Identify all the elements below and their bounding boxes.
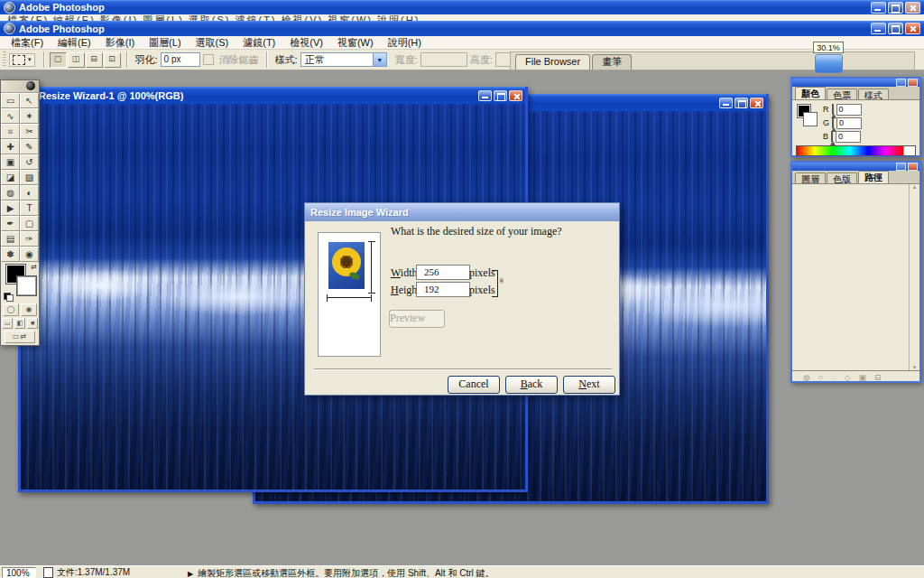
minimize-icon[interactable]	[719, 98, 733, 108]
restore-icon[interactable]	[888, 23, 903, 34]
close-icon[interactable]	[908, 163, 918, 171]
menu-layer[interactable]: 圖層(L)	[142, 36, 188, 49]
width-input[interactable]	[420, 52, 467, 67]
restore-icon[interactable]	[888, 2, 903, 14]
scroll-down-icon[interactable]: ▼	[912, 365, 918, 370]
intersect-selection[interactable]: ⊡	[104, 52, 121, 68]
background-color-swatch[interactable]	[17, 276, 36, 295]
tool-crop[interactable]: ⌗	[1, 124, 20, 139]
standard-screen[interactable]: ▭	[2, 318, 13, 329]
close-icon[interactable]	[750, 98, 763, 108]
well-tab-file-browser[interactable]: File Browser	[515, 54, 590, 70]
tool-move[interactable]: ↖	[20, 93, 39, 108]
delete-path[interactable]: ⊟	[874, 372, 882, 383]
tab-paths[interactable]: 路徑	[858, 171, 889, 183]
tool-blur[interactable]: ◍	[1, 185, 20, 200]
minimize-icon[interactable]	[478, 90, 492, 101]
preview-button[interactable]: Preview	[389, 310, 445, 328]
menu-edit[interactable]: 編輯(E)	[51, 36, 98, 49]
full-screen-menubar[interactable]: ◧	[14, 318, 25, 329]
back-button[interactable]: Back	[505, 376, 558, 394]
red-value-input[interactable]: 0	[836, 104, 862, 116]
menu-view[interactable]: 檢視(V)	[282, 36, 330, 49]
scrollbar[interactable]: ▲ ▼	[909, 184, 919, 370]
options-grip[interactable]	[3, 51, 6, 68]
dialog-titlebar[interactable]: Resize Image Wizard	[305, 203, 619, 221]
load-path-selection[interactable]: ◌	[831, 372, 836, 383]
menu-select[interactable]: 選取(S)	[189, 36, 236, 49]
tool-dodge[interactable]: ◐	[20, 185, 39, 200]
full-screen[interactable]: ■	[27, 318, 38, 329]
tool-pen[interactable]: ✒	[1, 216, 20, 231]
well-tab-brushes[interactable]: 畫筆	[592, 54, 632, 70]
tool-shape[interactable]: ▢	[20, 216, 39, 231]
style-select[interactable]: 正常 ▼	[300, 52, 387, 67]
menu-window[interactable]: 視窗(W)	[330, 36, 381, 49]
tool-magic-wand[interactable]: ✶	[20, 108, 39, 124]
new-selection[interactable]: ▢	[50, 52, 67, 68]
tool-type[interactable]: T	[20, 200, 39, 216]
stroke-path[interactable]: ○	[818, 372, 823, 383]
tab-layers[interactable]: 圖層	[795, 172, 826, 183]
tool-brush[interactable]: ✎	[20, 139, 39, 154]
tool-notes[interactable]: ▤	[1, 231, 20, 247]
tool-history-brush[interactable]: ↺	[20, 154, 39, 170]
close-icon[interactable]	[905, 2, 920, 14]
tool-rectangular-marquee[interactable]: ▭	[1, 93, 20, 108]
status-menu-arrow-icon[interactable]: ▶	[188, 570, 193, 578]
jump-to-imageready-button[interactable]: ▭⇄	[5, 331, 35, 343]
minimize-icon[interactable]	[871, 23, 886, 34]
color-palette-titlebar[interactable]	[792, 79, 919, 87]
add-selection[interactable]: ◫	[68, 52, 85, 68]
width-input[interactable]: 256	[416, 265, 470, 280]
feather-input[interactable]: 0 px	[161, 52, 200, 67]
make-work-path[interactable]: ◇	[845, 372, 851, 383]
tool-preset-picker[interactable]: ▾	[9, 53, 35, 67]
minimize-icon[interactable]	[896, 163, 906, 171]
cancel-button[interactable]: Cancel	[448, 376, 500, 394]
front-window-titlebar[interactable]: Adobe Photoshop	[0, 21, 924, 36]
tool-eyedropper[interactable]: ✑	[20, 231, 39, 247]
tool-lasso[interactable]: ∿	[1, 108, 20, 124]
maximize-icon[interactable]	[494, 90, 507, 101]
tool-path-selection[interactable]: ▶	[1, 200, 20, 216]
fill-path[interactable]: ◍	[803, 372, 810, 383]
subtract-selection[interactable]: ⊟	[86, 52, 103, 68]
document-front-titlebar[interactable]: Resize Wizard-1 @ 100%(RGB)	[21, 87, 525, 104]
minimize-icon[interactable]	[871, 2, 886, 14]
quick-mask-mode[interactable]: ◉	[21, 303, 37, 316]
scroll-up-icon[interactable]: ▲	[912, 184, 918, 190]
tool-slice[interactable]: ✂	[20, 124, 39, 139]
standard-mode[interactable]: ◯	[3, 303, 19, 316]
zoom-level-input[interactable]: 100%	[2, 567, 36, 578]
new-path[interactable]: ▣	[859, 372, 867, 383]
tab-swatches[interactable]: 色票	[827, 89, 857, 99]
swap-colors-icon[interactable]: ⇄	[31, 263, 37, 271]
default-colors-icon[interactable]	[4, 293, 14, 301]
antialias-checkbox[interactable]	[203, 54, 214, 65]
tool-zoom[interactable]: ◉	[20, 247, 39, 262]
color-spectrum-ramp[interactable]	[796, 145, 916, 156]
height-input[interactable]: 192	[416, 282, 470, 297]
menu-image[interactable]: 影像(I)	[98, 36, 142, 49]
menu-filter[interactable]: 濾鏡(T)	[236, 36, 282, 49]
tool-gradient[interactable]: ▨	[20, 170, 39, 185]
tool-healing-brush[interactable]: ✚	[1, 139, 20, 154]
maximize-icon[interactable]	[735, 98, 748, 108]
tab-color[interactable]: 顏色	[795, 87, 826, 99]
tab-styles[interactable]: 樣式	[858, 89, 889, 99]
zoom-slider-thumb[interactable]	[815, 54, 843, 73]
paths-list-empty[interactable]: ▲ ▼	[792, 184, 919, 370]
blue-value-input[interactable]: 0	[836, 131, 861, 143]
tool-eraser[interactable]: ◪	[1, 170, 20, 185]
green-value-input[interactable]: 0	[836, 117, 862, 129]
minimize-icon[interactable]	[896, 79, 906, 87]
close-icon[interactable]	[509, 90, 522, 101]
tool-hand[interactable]: ✽	[1, 247, 20, 262]
close-icon[interactable]	[908, 79, 918, 87]
menu-file[interactable]: 檔案(F)	[4, 36, 51, 49]
next-button[interactable]: Next	[563, 376, 615, 394]
toolbox-grip[interactable]	[1, 80, 39, 93]
back-window-titlebar[interactable]: Adobe Photoshop	[0, 0, 924, 14]
tool-clone-stamp[interactable]: ▣	[1, 154, 20, 170]
